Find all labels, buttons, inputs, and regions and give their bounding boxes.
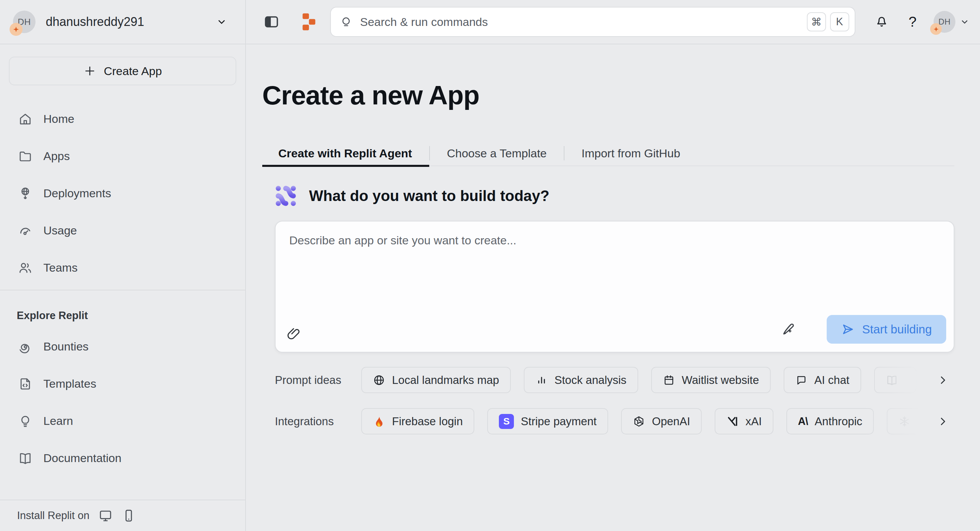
firebase-flame-icon <box>373 415 385 428</box>
chip-local-landmarks-map[interactable]: Local landmarks map <box>361 367 511 393</box>
account-menu[interactable]: DH <box>934 11 970 33</box>
chip-label: xAI <box>745 415 762 428</box>
chip-waitlist-website[interactable]: Waitlist website <box>651 367 771 393</box>
spiral-icon <box>18 339 32 354</box>
replit-logo[interactable] <box>301 12 318 32</box>
sidebar-item-apps[interactable]: Apps <box>0 138 245 175</box>
sidebar-item-deployments[interactable]: Deployments <box>0 175 245 212</box>
sparkle-badge-icon <box>10 23 22 36</box>
scroll-right-button[interactable] <box>935 372 950 388</box>
sidebar-item-templates[interactable]: Templates <box>0 365 245 403</box>
command-search: ⌘ K <box>330 7 855 37</box>
create-app-button[interactable]: Create App <box>9 57 236 85</box>
search-input[interactable] <box>360 15 807 29</box>
avatar: DH <box>13 11 35 33</box>
tab-import-github[interactable]: Import from GitHub <box>565 141 697 165</box>
sparkle-badge-icon <box>930 23 942 35</box>
integrations-chips: Firebase login S Stripe payment OpenAI <box>361 408 930 434</box>
bar-chart-icon <box>535 374 548 386</box>
search-icon <box>340 16 353 28</box>
chip-label: AI chat <box>815 374 850 387</box>
agent-panel: What do you want to build today? Start b… <box>275 185 955 434</box>
replit-ai-logo <box>275 185 297 207</box>
chip-label: Waitlist website <box>682 374 759 387</box>
help-button[interactable]: ? <box>908 14 916 30</box>
sidebar-item-home[interactable]: Home <box>0 100 245 138</box>
chip-label: Stock analysis <box>555 374 627 387</box>
chip-stripe-payment[interactable]: S Stripe payment <box>487 408 608 434</box>
desktop-icon[interactable] <box>98 509 113 523</box>
tab-choose-template[interactable]: Choose a Template <box>430 141 564 165</box>
mobile-icon[interactable] <box>122 509 136 523</box>
agent-prompt-heading: What do you want to build today? <box>309 187 549 204</box>
chip-stock-analysis[interactable]: Stock analysis <box>524 367 638 393</box>
install-label: Install Replit on <box>17 509 89 522</box>
chip-openai[interactable]: OpenAI <box>621 408 702 434</box>
prompt-ideas-row: Prompt ideas Local landmarks map Stock a… <box>275 367 955 393</box>
sidebar-item-label: Templates <box>43 377 96 390</box>
sidebar-item-label: Teams <box>43 261 78 274</box>
sidebar-item-bounties[interactable]: Bounties <box>0 328 245 365</box>
tab-create-with-agent[interactable]: Create with Replit Agent <box>262 141 429 165</box>
chip-ai-chat[interactable]: AI chat <box>784 367 861 393</box>
send-icon <box>841 322 855 336</box>
install-replit-row: Install Replit on <box>0 499 245 531</box>
integrations-row: Integrations Firebase login S Stripe pay… <box>275 408 955 434</box>
book-icon <box>18 451 32 466</box>
sidebar-item-label: Usage <box>43 224 77 237</box>
gauge-icon <box>18 223 32 238</box>
people-icon <box>18 261 32 275</box>
chip-partial[interactable] <box>874 367 916 393</box>
chip-label: Local landmarks map <box>392 374 499 387</box>
scroll-right-button[interactable] <box>935 414 950 429</box>
prompt-ideas-label: Prompt ideas <box>275 374 345 387</box>
chip-label: Firebase login <box>392 415 463 428</box>
deployments-icon <box>18 186 32 201</box>
kbd-k: K <box>830 12 849 32</box>
chip-label: Anthropic <box>815 415 862 428</box>
pen-sparkle-icon <box>781 321 797 337</box>
snowflake-icon <box>898 415 911 428</box>
chevron-down-icon <box>216 16 228 28</box>
sidebar-item-documentation[interactable]: Documentation <box>0 439 245 477</box>
sidebar-item-usage[interactable]: Usage <box>0 212 245 249</box>
calendar-icon <box>663 374 675 386</box>
primary-nav: Home Apps Deployments Usage Teams <box>0 100 245 286</box>
prompt-box: Start building <box>275 221 955 352</box>
chat-icon <box>795 374 808 386</box>
book-icon <box>886 374 898 386</box>
sidebar: DH dhanushreddy291 Create App Home Apps <box>0 0 246 531</box>
attach-button[interactable] <box>286 327 302 342</box>
home-icon <box>18 112 32 126</box>
sidebar-item-label: Home <box>43 112 75 125</box>
improve-prompt-button[interactable] <box>781 321 797 337</box>
sidebar-item-teams[interactable]: Teams <box>0 249 245 286</box>
file-code-icon <box>18 377 32 391</box>
chip-anthropic[interactable]: A\ Anthropic <box>786 408 874 434</box>
create-app-label: Create App <box>104 65 162 78</box>
chevron-right-icon <box>937 416 948 427</box>
account-switcher[interactable]: DH dhanushreddy291 <box>0 0 245 44</box>
sidebar-item-label: Learn <box>43 414 73 428</box>
explore-nav: Bounties Templates Learn Documentation <box>0 328 245 477</box>
page-title: Create a new App <box>262 80 980 111</box>
chip-partial[interactable] <box>887 408 929 434</box>
sidebar-item-learn[interactable]: Learn <box>0 403 245 439</box>
chip-xai[interactable]: xAI <box>715 408 773 434</box>
plus-icon <box>83 65 96 78</box>
prompt-textarea[interactable] <box>275 222 954 314</box>
chip-firebase-login[interactable]: Firebase login <box>361 408 474 434</box>
folder-icon <box>18 149 32 163</box>
openai-icon <box>633 415 645 428</box>
sidebar-item-label: Bounties <box>43 340 88 353</box>
sidebar-item-label: Apps <box>43 149 70 163</box>
create-tabs: Create with Replit Agent Choose a Templa… <box>262 141 955 166</box>
sidebar-divider <box>0 290 245 290</box>
start-building-label: Start building <box>862 322 932 336</box>
prompt-ideas-chips: Local landmarks map Stock analysis Waitl… <box>361 367 930 393</box>
xai-icon <box>726 415 738 428</box>
start-building-button[interactable]: Start building <box>827 315 946 344</box>
sidebar-toggle-button[interactable] <box>264 14 279 30</box>
notifications-button[interactable] <box>875 14 889 30</box>
lightbulb-icon <box>18 414 32 428</box>
